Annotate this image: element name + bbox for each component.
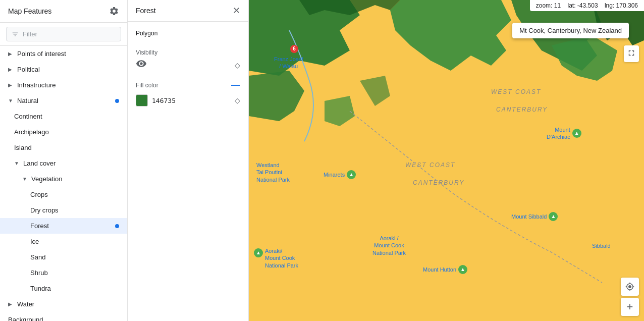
aoraki-2-label: Aoraki/Mount CookNational Park: [265, 247, 298, 269]
svg-marker-0: [249, 0, 360, 76]
zoom-in-button[interactable]: +: [621, 298, 639, 316]
sidebar-item-natural[interactable]: ▼ Natural: [0, 93, 127, 109]
lat-value: -43.503: [577, 2, 598, 9]
mount-darchiac-label: MountD'Archiac: [547, 126, 570, 141]
sidebar-item-label: Island: [14, 144, 119, 151]
sidebar-item-shrub[interactable]: Shrub: [0, 265, 127, 281]
chevron-right-icon: ▶: [8, 51, 14, 57]
fill-color-row: 146735 ◇: [136, 94, 240, 106]
fill-color-section: Fill color — 146735 ◇: [136, 80, 240, 106]
sidebar-item-label: Natural: [17, 97, 112, 104]
sidebar-item-island[interactable]: Island: [0, 140, 127, 155]
sidebar-item-continent[interactable]: Continent: [0, 109, 127, 124]
map-place-mount-hutton: Mount Hutton ▲: [423, 265, 467, 274]
map-place-franz-josef: Franz Josef/ Waiau: [274, 56, 303, 70]
sidebar-item-vegetation[interactable]: ▼ Vegetation: [0, 171, 127, 187]
sidebar-header: Map Features: [0, 0, 127, 23]
sidebar-item-dry-crops[interactable]: Dry crops: [0, 202, 127, 218]
panel-header: Forest ✕: [128, 0, 248, 22]
visibility-label: Visibility: [136, 49, 240, 56]
map-info-bar: zoom: 11 lat: -43.503 lng: 170.306: [530, 0, 644, 11]
feature-panel: Forest ✕ Polygon Visibility ◇ Fill color: [128, 0, 249, 321]
park-icon-sibbald: ▲: [549, 212, 558, 221]
location-button[interactable]: [621, 278, 639, 296]
map-controls: +: [621, 278, 639, 316]
panel-title: Forest: [136, 7, 156, 15]
sidebar-item-ice[interactable]: Ice: [0, 234, 127, 249]
eye-icon[interactable]: [136, 58, 147, 72]
sidebar-item-label: Land cover: [23, 159, 119, 167]
sidebar-item-label: Continent: [14, 113, 119, 120]
map-place-sibbald: Sibbald: [592, 242, 611, 249]
sidebar-item-forest[interactable]: Forest: [0, 218, 127, 234]
nav-tree: ▶ Points of interest ▶ Political ▶ Infra…: [0, 46, 127, 321]
zoom-label: zoom:: [536, 2, 553, 9]
sidebar-item-crops[interactable]: Crops: [0, 187, 127, 202]
svg-marker-5: [249, 71, 304, 121]
sidebar-item-water[interactable]: ▶ Water: [0, 296, 127, 312]
minus-button[interactable]: —: [231, 80, 240, 90]
chevron-down-icon: ▼: [22, 176, 28, 182]
map-place-mount-darchiac: MountD'Archiac ▲: [547, 126, 581, 141]
sidebar-item-label: Tundra: [30, 285, 119, 292]
sidebar-item-label: Crops: [30, 191, 119, 198]
map-area: zoom: 11 lat: -43.503 lng: 170.306 Mt Co…: [249, 0, 644, 321]
settings-icon[interactable]: [109, 6, 119, 16]
diamond-icon-2[interactable]: ◇: [235, 96, 240, 104]
map-background: zoom: 11 lat: -43.503 lng: 170.306 Mt Co…: [249, 0, 644, 321]
map-region-west-coast: WEST COAST: [491, 88, 541, 95]
sidebar-item-label: Shrub: [30, 269, 119, 277]
map-badge: 6: [290, 44, 298, 53]
filter-input-container[interactable]: Filter: [6, 27, 121, 41]
sidebar-item-infrastructure[interactable]: ▶ Infrastructure: [0, 77, 127, 93]
filter-placeholder: Filter: [23, 30, 37, 38]
sidebar-item-background[interactable]: Background: [0, 312, 127, 321]
park-icon-minarets: ▲: [347, 170, 356, 179]
sidebar-item-label: Background: [8, 316, 119, 321]
mount-sibbald-label: Mount Sibbald: [511, 213, 547, 220]
chevron-right-icon: ▶: [8, 67, 14, 72]
svg-marker-8: [299, 0, 400, 15]
sidebar-item-label: Points of interest: [17, 50, 119, 58]
lng-value: 170.306: [616, 2, 638, 9]
sidebar-item-land-cover[interactable]: ▼ Land cover: [0, 155, 127, 171]
map-region-canterbury-1: CANTERBURY: [496, 106, 548, 113]
lng-label: lng:: [605, 2, 614, 9]
sidebar-item-label: Ice: [30, 238, 119, 245]
sidebar-item-label: Water: [17, 300, 119, 308]
sidebar-item-political[interactable]: ▶ Political: [0, 62, 127, 77]
map-place-aoraki-1: Aoraki /Mount CookNational Park: [372, 235, 406, 256]
fullscreen-button[interactable]: [624, 45, 639, 62]
park-icon-hutton: ▲: [458, 265, 467, 274]
diamond-icon[interactable]: ◇: [235, 61, 240, 69]
lat-label: lat:: [568, 2, 576, 9]
map-region-canterbury-2: CANTERBURY: [413, 179, 464, 186]
visibility-row: ◇: [136, 58, 240, 72]
map-place-mount-sibbald: Mount Sibbald ▲: [511, 212, 558, 221]
polygon-section: Polygon: [136, 30, 240, 41]
map-place-minarets: Minarets ▲: [324, 170, 356, 179]
chevron-right-icon: ▶: [8, 301, 14, 307]
sidebar: Map Features Filter ▶ Points of interest…: [0, 0, 128, 321]
sidebar-item-archipelago[interactable]: Archipelago: [0, 124, 127, 140]
visibility-section: Visibility ◇: [136, 49, 240, 72]
color-swatch[interactable]: [136, 94, 148, 106]
svg-marker-4: [552, 35, 617, 81]
filter-icon: [12, 31, 19, 38]
active-dot: [115, 224, 119, 228]
minarets-label: Minarets: [324, 171, 345, 178]
map-place-aoraki-2: ▲ Aoraki/Mount CookNational Park: [254, 247, 298, 269]
sidebar-title: Map Features: [8, 7, 51, 15]
sidebar-item-sand[interactable]: Sand: [0, 249, 127, 265]
sidebar-item-tundra[interactable]: Tundra: [0, 281, 127, 296]
panel-content: Polygon Visibility ◇ Fill color —: [128, 22, 248, 115]
sidebar-item-label: Forest: [30, 222, 112, 230]
close-button[interactable]: ✕: [233, 6, 240, 15]
sidebar-item-points-of-interest[interactable]: ▶ Points of interest: [0, 46, 127, 62]
fill-color-label: Fill color: [136, 82, 158, 89]
svg-marker-6: [325, 96, 355, 126]
chevron-down-icon: ▼: [14, 161, 20, 166]
sidebar-item-label: Archipelago: [14, 128, 119, 136]
color-input-group: 146735: [136, 94, 176, 106]
zoom-value: 11: [554, 2, 561, 9]
